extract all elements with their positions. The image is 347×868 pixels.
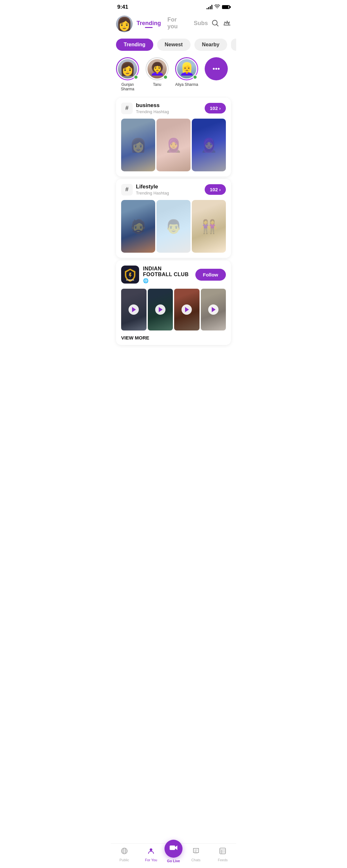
card-header: # business Trending Hashtag 102 › [116, 98, 231, 119]
card-images: 👩 🧕 🧕 [116, 119, 231, 177]
online-dot-3 [193, 75, 197, 80]
card-title-group: # business Trending Hashtag [121, 102, 169, 114]
tab-trending[interactable]: Trending [136, 20, 161, 28]
card-images: 🧔 👨 👭 [116, 200, 231, 258]
story-name-2: Tanu [153, 82, 161, 87]
filter-nearby[interactable]: Nearby [194, 38, 227, 51]
play-triangle-icon [132, 307, 136, 312]
hashtag-image-3[interactable]: 🧕 [192, 119, 226, 172]
lifestyle-image-2[interactable]: 👨 [156, 200, 191, 253]
filter-more-partial [231, 38, 236, 51]
hashtag-icon: # [121, 102, 133, 114]
stories-row: Gunjan Sharma Tanu Aliya Sharma ••• [111, 53, 236, 95]
video-thumb-2[interactable] [148, 289, 173, 331]
hashtag-card-lifestyle: # Lifestyle Trending Hashtag 102 › 🧔 👨 👭 [116, 179, 231, 258]
play-button-3[interactable] [182, 305, 192, 315]
lifestyle-image-1[interactable]: 🧔 [121, 200, 155, 253]
tab-subs[interactable]: Subs [194, 20, 208, 28]
status-time: 9:41 [117, 4, 128, 10]
hashtag-subtitle: Trending Hashtag [136, 191, 169, 195]
club-type: 🌐 [143, 278, 191, 283]
video-thumb-4[interactable] [201, 289, 226, 331]
hashtag-icon: # [121, 184, 133, 195]
status-bar: 9:41 [111, 0, 236, 13]
video-thumb-3[interactable] [174, 289, 199, 331]
club-logo: RAMPAGE [121, 266, 139, 283]
club-header: RAMPAGE INDIAN FOOTBALL CLUB 🌐 Follow [116, 260, 231, 289]
header-icons [212, 20, 231, 28]
hashtag-subtitle: Trending Hashtag [136, 109, 169, 114]
signal-icon [207, 5, 212, 9]
story-name-3: Aliya Sharma [175, 82, 198, 87]
svg-text:RAMPAGE: RAMPAGE [126, 279, 134, 281]
play-triangle-icon [159, 307, 163, 312]
filter-trending[interactable]: Trending [116, 38, 153, 51]
play-button-4[interactable] [208, 305, 219, 315]
play-triangle-icon [212, 307, 216, 312]
video-thumb-1[interactable] [121, 289, 147, 331]
tab-for-you[interactable]: For you [167, 17, 187, 31]
hashtag-title: Lifestyle [136, 184, 169, 190]
follow-button[interactable]: Follow [195, 269, 226, 281]
search-icon[interactable] [212, 20, 219, 28]
view-more-button[interactable]: VIEW MORE [116, 331, 231, 345]
hashtag-image-2[interactable]: 🧕 [156, 119, 191, 172]
play-button-2[interactable] [155, 305, 165, 315]
crown-icon[interactable] [223, 20, 231, 28]
count-badge[interactable]: 102 › [205, 184, 226, 195]
club-card: RAMPAGE INDIAN FOOTBALL CLUB 🌐 Follow [116, 260, 231, 345]
card-header: # Lifestyle Trending Hashtag 102 › [116, 179, 231, 200]
header-nav: Trending For you Subs [136, 17, 208, 31]
card-title-group: # Lifestyle Trending Hashtag [121, 184, 169, 195]
filter-tabs: Trending Newest Nearby [111, 36, 236, 53]
online-dot-1 [134, 75, 138, 80]
header: Trending For you Subs [111, 13, 236, 36]
story-item[interactable]: Aliya Sharma [175, 57, 198, 87]
story-ring-3 [175, 57, 198, 81]
video-grid [116, 289, 231, 331]
hashtag-image-1[interactable]: 👩 [121, 119, 155, 172]
story-item[interactable]: Tanu [146, 57, 169, 87]
wifi-icon [214, 4, 220, 10]
club-name: INDIAN FOOTBALL CLUB [143, 266, 191, 277]
story-name-1: Gunjan Sharma [116, 82, 139, 91]
hashtag-card-business: # business Trending Hashtag 102 › 👩 🧕 🧕 [116, 98, 231, 177]
lifestyle-image-3[interactable]: 👭 [192, 200, 226, 253]
more-dots-icon[interactable]: ••• [205, 57, 228, 81]
battery-icon [222, 5, 230, 9]
online-dot-2 [163, 75, 168, 80]
count-badge[interactable]: 102 › [205, 103, 226, 114]
story-ring-1 [116, 57, 139, 81]
play-button-1[interactable] [128, 305, 139, 315]
filter-newest[interactable]: Newest [157, 38, 191, 51]
status-icons [207, 4, 230, 10]
play-triangle-icon [185, 307, 189, 312]
story-item[interactable]: Gunjan Sharma [116, 57, 139, 91]
user-avatar[interactable] [116, 16, 133, 32]
story-ring-2 [146, 57, 169, 81]
story-more-button[interactable]: ••• [205, 57, 228, 81]
hashtag-title: business [136, 102, 169, 108]
